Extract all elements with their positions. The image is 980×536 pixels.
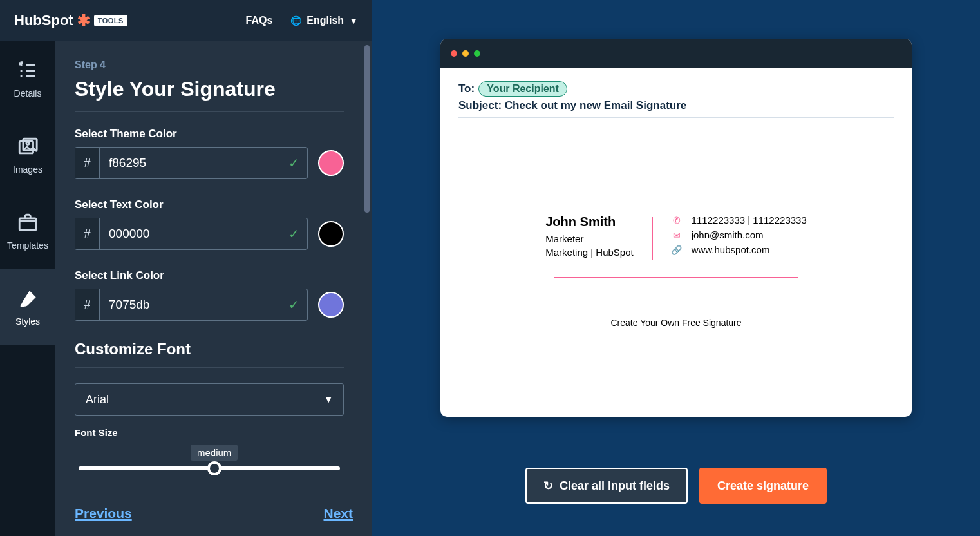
text-color-swatch[interactable]	[318, 221, 344, 247]
scrollbar[interactable]	[364, 45, 370, 213]
sidebar-item-templates[interactable]: Templates	[0, 193, 55, 269]
step-sidebar: Details Images Templates Styles	[0, 41, 55, 536]
preview-pane: To: Your Recipient Subject: Check out my…	[372, 0, 980, 536]
check-icon: ✓	[280, 155, 307, 171]
step-label: Step 4	[75, 59, 344, 71]
minimize-dot-icon	[462, 50, 469, 57]
details-icon	[17, 60, 39, 82]
sprocket-icon: ✱	[77, 13, 90, 28]
previous-link[interactable]: Previous	[75, 506, 132, 521]
font-size-slider[interactable]: medium	[75, 445, 344, 470]
language-selector[interactable]: 🌐 English ▼	[290, 15, 358, 26]
sig-email: john@smith.com	[692, 229, 764, 240]
to-label: To:	[458, 82, 475, 95]
link-color-swatch[interactable]	[318, 292, 344, 318]
sig-name: John Smith	[545, 215, 633, 229]
check-icon: ✓	[280, 226, 307, 242]
text-color-label: Select Text Color	[75, 198, 344, 211]
preview-window: To: Your Recipient Subject: Check out my…	[440, 39, 912, 417]
font-value: Arial	[86, 393, 109, 407]
hash-prefix: #	[75, 289, 100, 320]
window-titlebar	[440, 39, 912, 68]
page-title: Style Your Signature	[75, 77, 344, 101]
faqs-link[interactable]: FAQs	[246, 15, 273, 26]
font-size-value: medium	[191, 445, 238, 461]
sidebar-item-styles[interactable]: Styles	[0, 269, 55, 345]
sig-dept: Marketing | HubSpot	[545, 247, 633, 258]
sig-phone: 1112223333 | 1112223333	[692, 215, 807, 225]
theme-color-label: Select Theme Color	[75, 128, 344, 140]
divider	[75, 367, 344, 368]
text-color-input[interactable]: # 000000 ✓	[75, 218, 308, 250]
font-size-label: Font Size	[75, 427, 344, 438]
sidebar-item-images[interactable]: Images	[0, 117, 55, 193]
sidebar-label-templates: Templates	[7, 240, 48, 251]
editor-panel: Step 4 Style Your Signature Select Theme…	[55, 41, 372, 536]
images-icon	[17, 136, 39, 158]
slider-knob[interactable]	[207, 461, 221, 475]
hash-prefix: #	[75, 148, 100, 178]
brand-logo: HubSpot✱ TOOLS	[14, 12, 127, 29]
sidebar-item-details[interactable]: Details	[0, 41, 55, 117]
theme-color-swatch[interactable]	[318, 150, 344, 176]
mail-icon: ✉	[671, 230, 683, 240]
templates-icon	[17, 212, 39, 234]
link-color-label: Select Link Color	[75, 269, 344, 282]
next-link[interactable]: Next	[323, 506, 353, 521]
sidebar-label-styles: Styles	[15, 316, 40, 327]
sig-separator	[652, 217, 653, 260]
tools-badge: TOOLS	[94, 15, 127, 26]
signature-preview: John Smith Marketer Marketing | HubSpot …	[458, 215, 894, 260]
clear-label: Clear all input fields	[560, 479, 670, 493]
customize-font-title: Customize Font	[75, 340, 344, 358]
theme-color-input[interactable]: # f86295 ✓	[75, 147, 308, 179]
chevron-down-icon: ▼	[349, 15, 358, 26]
svg-rect-3	[19, 218, 36, 230]
subject-line: Subject: Check out my new Email Signatur…	[458, 99, 894, 112]
text-color-value: 000000	[100, 227, 280, 241]
phone-icon: ✆	[671, 215, 683, 225]
theme-color-value: f86295	[100, 156, 280, 170]
globe-icon: 🌐	[290, 15, 301, 26]
chevron-down-icon: ▼	[324, 394, 333, 405]
sig-role: Marketer	[545, 233, 633, 244]
sidebar-label-images: Images	[13, 164, 42, 175]
slider-track	[79, 466, 340, 470]
free-signature-link[interactable]: Create Your Own Free Signature	[458, 318, 894, 328]
link-icon: 🔗	[671, 245, 683, 255]
brand-name: HubSpot	[14, 12, 73, 29]
create-label: Create signature	[717, 479, 809, 493]
divider	[75, 111, 344, 112]
sidebar-label-details: Details	[14, 88, 42, 99]
clear-fields-button[interactable]: ↻ Clear all input fields	[525, 468, 688, 504]
divider	[458, 117, 894, 118]
create-signature-button[interactable]: Create signature	[699, 468, 827, 504]
subject-value: Check out my new Email Signature	[505, 99, 686, 111]
font-select[interactable]: Arial ▼	[75, 383, 344, 416]
language-label: English	[306, 15, 344, 26]
sig-divider	[554, 277, 798, 278]
maximize-dot-icon	[474, 50, 480, 57]
link-color-value: 7075db	[100, 298, 280, 312]
check-icon: ✓	[280, 297, 307, 312]
subject-label: Subject:	[458, 99, 505, 111]
svg-point-2	[26, 142, 29, 144]
sig-site: www.hubspot.com	[692, 244, 770, 255]
hash-prefix: #	[75, 218, 100, 249]
recipient-pill: Your Recipient	[478, 81, 567, 97]
app-header: HubSpot✱ TOOLS FAQs 🌐 English ▼	[0, 0, 372, 41]
refresh-icon: ↻	[543, 479, 553, 493]
link-color-input[interactable]: # 7075db ✓	[75, 289, 308, 321]
styles-icon	[17, 288, 39, 310]
close-dot-icon	[451, 50, 457, 57]
